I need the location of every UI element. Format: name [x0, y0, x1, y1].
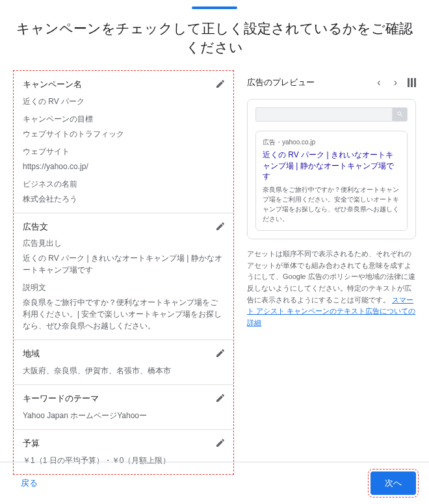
- campaign-name-label: キャンペーン名: [23, 79, 224, 90]
- pencil-icon[interactable]: [215, 348, 226, 361]
- preview-header: 広告のプレビュー ‹ ›: [247, 70, 416, 99]
- preview-title: 広告のプレビュー: [247, 77, 315, 88]
- section-region: 地域 大阪府、奈良県、伊賀市、名張市、橋本市: [14, 340, 233, 385]
- main-content: キャンペーン名 近くの RV パーク キャンペーンの目標 ウェブサイトのトラフィ…: [0, 70, 429, 475]
- website-label: ウェブサイト: [23, 146, 224, 157]
- business-name-value: 株式会社たろう: [23, 193, 224, 205]
- disclaimer-body: アセットは順序不同で表示されるため、それぞれのアセットが単体でも組み合わされても…: [247, 250, 415, 303]
- section-campaign-name: キャンペーン名 近くの RV パーク キャンペーンの目標 ウェブサイトのトラフィ…: [14, 71, 233, 213]
- keywords-label: キーワードのテーマ: [23, 393, 224, 405]
- ad-desc-value: 奈良県をご旅行中ですか？便利なオートキャンプ場をご利用ください。| 安全で楽しい…: [23, 297, 224, 332]
- pencil-icon[interactable]: [215, 221, 226, 234]
- preview-panel: 広告のプレビュー ‹ › 広告・yahoo.co.jp 近くの RV パーク |…: [247, 70, 416, 475]
- section-ad-copy: 広告文 広告見出し 近くの RV パーク | きれいなオートキャンプ場 | 静か…: [14, 213, 233, 340]
- search-input-mock: [255, 107, 392, 122]
- keywords-value: Yahoo Japan ホームページYahooー: [23, 410, 224, 421]
- ad-desc-label: 説明文: [23, 282, 224, 293]
- campaign-name-value: 近くの RV パーク: [23, 96, 224, 107]
- column-layout-icon[interactable]: [408, 78, 416, 87]
- disclaimer-text: アセットは順序不同で表示されるため、それぞれのアセットが単体でも組み合わされても…: [247, 248, 416, 328]
- ad-preview-box: 広告・yahoo.co.jp 近くの RV パーク | きれいなオートキャンプ場…: [255, 131, 408, 231]
- ad-preview-card: 広告・yahoo.co.jp 近くの RV パーク | きれいなオートキャンプ場…: [247, 99, 416, 239]
- next-button[interactable]: 次へ: [370, 471, 416, 495]
- ad-headline-label: 広告見出し: [23, 238, 224, 249]
- ad-preview-headline: 近くの RV パーク | きれいなオートキャンプ場 | 静かなオートキャンプ場で…: [263, 150, 400, 182]
- campaign-goal-value: ウェブサイトのトラフィック: [23, 128, 224, 140]
- footer-bar: 戻る 次へ: [0, 462, 429, 504]
- region-value: 大阪府、奈良県、伊賀市、名張市、橋本市: [23, 365, 224, 377]
- search-bar-mock: [255, 107, 408, 122]
- ad-copy-header: 広告文: [23, 221, 224, 233]
- ad-headline-value: 近くの RV パーク | きれいなオートキャンプ場 | 静かなオートキャンプ場で…: [23, 252, 224, 276]
- progress-indicator: [192, 7, 237, 9]
- campaign-goal-label: キャンペーンの目標: [23, 114, 224, 125]
- business-name-label: ビジネスの名前: [23, 179, 224, 190]
- section-keywords: キーワードのテーマ Yahoo Japan ホームページYahooー: [14, 385, 233, 430]
- chevron-right-icon[interactable]: ›: [391, 75, 400, 90]
- pencil-icon[interactable]: [215, 393, 226, 406]
- campaign-settings-panel: キャンペーン名 近くの RV パーク キャンペーンの目標 ウェブサイトのトラフィ…: [13, 70, 234, 475]
- region-label: 地域: [23, 348, 224, 360]
- ad-label: 広告・yahoo.co.jp: [263, 138, 400, 147]
- pencil-icon[interactable]: [215, 79, 226, 92]
- preview-controls: ‹ ›: [374, 75, 416, 90]
- ad-preview-desc: 奈良県をご旅行中ですか？便利なオートキャンプ場をご利用ください。安全で楽しいオー…: [263, 185, 400, 224]
- pencil-icon[interactable]: [215, 438, 226, 451]
- budget-label: 予算: [23, 438, 224, 449]
- chevron-left-icon[interactable]: ‹: [374, 75, 383, 90]
- website-value: https://yahoo.co.jp/: [23, 161, 224, 172]
- search-icon: [392, 107, 408, 122]
- page-title: キャンペーンをチェックして正しく設定されているかをご確認ください: [0, 19, 429, 57]
- back-button[interactable]: 戻る: [13, 472, 46, 494]
